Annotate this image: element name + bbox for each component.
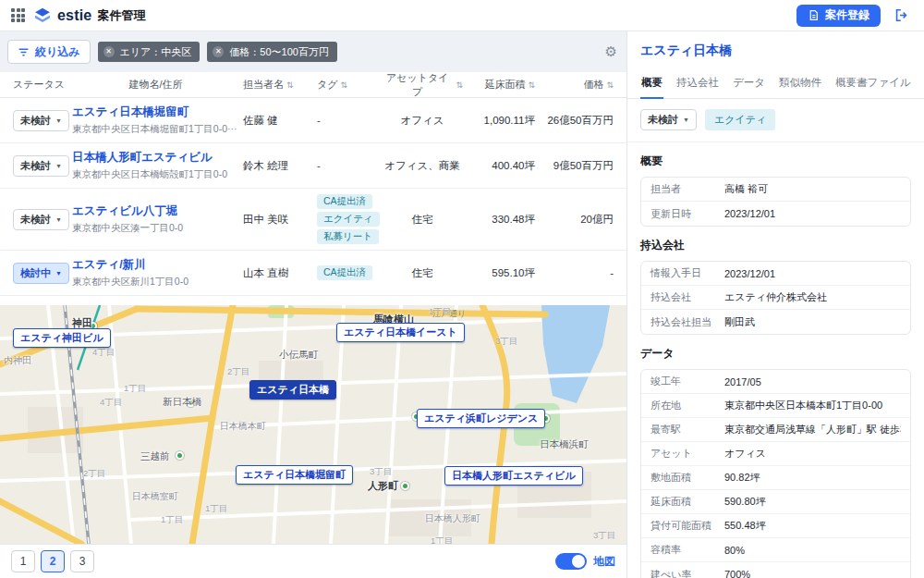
detail-row: 貸付可能面積550.48坪: [641, 514, 910, 538]
map-place-label: 内神田: [4, 354, 31, 367]
status-dropdown[interactable]: 未検討▼: [640, 109, 697, 130]
remove-filter-icon[interactable]: ✕: [103, 46, 115, 57]
sort-icon[interactable]: ⇅: [286, 80, 294, 90]
building-link[interactable]: エスティ/新川: [72, 257, 239, 273]
manager-cell: 山本 直樹: [243, 266, 317, 280]
map-toggle[interactable]: [555, 553, 587, 570]
status-dropdown[interactable]: 検討中▼: [13, 263, 69, 284]
chevron-down-icon: ▼: [683, 117, 689, 123]
property-title[interactable]: エスティ日本橋: [640, 43, 911, 59]
detail-row: アセットオフィス: [641, 442, 910, 466]
sort-icon[interactable]: ⇅: [341, 80, 348, 90]
table-row[interactable]: 検討中▼ エスティ/新川東京都中央区新川1丁目0-0 山本 直樹 CA提出済 住…: [0, 251, 626, 296]
map-property-label-selected[interactable]: エスティ日本橋: [249, 380, 336, 400]
price-cell: -: [535, 267, 614, 278]
column-manager[interactable]: 担当者名⇅: [243, 78, 317, 92]
manager-cell: 田中 美咲: [243, 213, 317, 227]
chevron-down-icon: ▼: [55, 163, 62, 169]
tag-chip: CA提出済: [317, 194, 372, 209]
status-dropdown[interactable]: 未検討▼: [13, 155, 69, 177]
filter-chip-price[interactable]: ✕ 価格：50〜100百万円: [207, 42, 337, 62]
section-title: データ: [640, 346, 911, 362]
brand-name: estie: [57, 7, 91, 24]
filter-bar: 絞り込み ✕ エリア：中央区 ✕ 価格：50〜100百万円 ⚙: [7, 39, 617, 65]
map-property-label[interactable]: エスティ浜町レジデンス: [417, 409, 545, 428]
block-label: 2丁目: [83, 468, 105, 480]
detail-row: 持込会社担当剛田武: [641, 310, 910, 334]
tab-data[interactable]: データ: [732, 70, 766, 98]
map-property-label[interactable]: エスティ日本橋堀留町: [236, 465, 353, 485]
sort-icon[interactable]: ⇅: [528, 80, 535, 90]
sort-icon[interactable]: ⇅: [606, 80, 614, 90]
station-marker: [401, 482, 409, 490]
register-deal-button[interactable]: 案件登録: [796, 5, 881, 27]
block-label: 1丁目: [124, 383, 146, 395]
remove-filter-icon[interactable]: ✕: [213, 46, 224, 57]
detail-tabs: 概要 持込会社 データ 類似物件 概要書ファイル: [627, 70, 924, 99]
detail-row: 所在地東京都中央区日本橋本町1丁目0-00: [641, 394, 910, 418]
page-button-1[interactable]: 1: [11, 550, 35, 572]
app-header: estie 案件管理 案件登録: [0, 0, 924, 31]
sort-icon[interactable]: ⇅: [456, 80, 463, 90]
section-title: 持込会社: [640, 238, 911, 253]
tab-broker[interactable]: 持込会社: [675, 70, 720, 98]
filter-button[interactable]: 絞り込み: [7, 40, 91, 64]
map-place-label: 日本橋浜町: [540, 438, 589, 451]
column-tags[interactable]: タグ⇅: [317, 72, 382, 97]
table-row[interactable]: 未検討▼ エスティビル八丁堀東京都中央区湊一丁目0-0 田中 美咲 CA提出済 …: [0, 189, 626, 251]
table-settings-gear-icon[interactable]: ⚙: [605, 43, 617, 60]
manager-cell: 佐藤 健: [243, 114, 317, 128]
deal-table: ステータス 建物名/住所 担当者名⇅ タグ⇅ アセットタイプ⇅ 延床面積⇅ 価格…: [0, 72, 626, 338]
table-row[interactable]: 未検討▼ 日本橋人形町エスティビル東京都中央区日本橋蛎殻町1丁目0-0 鈴木 絵…: [0, 143, 626, 189]
map-property-label[interactable]: エスティ日本橋イースト: [336, 323, 465, 342]
map-place-label: 小伝馬町: [279, 349, 318, 362]
building-address: 東京都中央区日本橋蛎殻町1丁目0-0: [72, 168, 239, 181]
column-name: 建物名/住所: [72, 71, 243, 98]
logout-button[interactable]: [889, 4, 913, 28]
section-broker: 持込会社 情報入手日2023/12/01 持込会社エスティ仲介株式会社 持込会社…: [640, 238, 911, 335]
map-property-label[interactable]: エスティ神田ビル: [13, 328, 111, 348]
app-launcher-icon[interactable]: [11, 8, 25, 22]
area-cell: 1,090.11坪: [463, 114, 535, 128]
detail-row: 竣工年2017/05: [641, 370, 910, 394]
page-button-3[interactable]: 3: [70, 550, 94, 572]
price-cell: 26億50百万円: [535, 114, 614, 128]
block-label: 1丁目: [429, 306, 451, 318]
building-link[interactable]: 日本橋人形町エスティビル: [72, 150, 239, 166]
block-label: 1丁目: [205, 503, 227, 515]
tab-files[interactable]: 概要書ファイル: [834, 70, 912, 98]
status-dropdown[interactable]: 未検討▼: [13, 209, 69, 230]
map-property-label[interactable]: 日本橋人形町エスティビル: [444, 466, 583, 486]
area-cell: 400.40坪: [463, 159, 535, 173]
tab-similar[interactable]: 類似物件: [778, 70, 822, 98]
tag-chip: CA提出済: [317, 265, 372, 280]
page-button-2[interactable]: 2: [41, 550, 65, 572]
detail-row: 敷地面積90.82坪: [641, 466, 910, 490]
map[interactable]: 神田 内神田 馬喰横山 小伝馬町 新日本橋 日本橋本町 三越前 日本橋室町 人形…: [0, 305, 626, 544]
deal-list-panel: 絞り込み ✕ エリア：中央区 ✕ 価格：50〜100百万円 ⚙ ステータス 建物…: [0, 31, 626, 578]
tag-chip: エクイティ: [317, 212, 380, 227]
chevron-down-icon: ▼: [55, 270, 62, 277]
area-cell: 330.48坪: [463, 213, 535, 227]
block-label: 1丁目: [431, 535, 453, 544]
logout-icon: [894, 7, 909, 23]
building-link[interactable]: エスティ日本橋堀留町: [72, 105, 239, 120]
detail-row: 建ぺい率700%: [641, 562, 910, 578]
detail-row: 最寄駅東京都交通局浅草線「人形町」駅 徒歩3分: [641, 418, 910, 442]
asset-cell: オフィス: [382, 114, 463, 128]
asset-cell: オフィス、商業: [382, 159, 463, 173]
table-row[interactable]: 未検討▼ エスティ日本橋堀留町東京都中央区日本橋堀留町1丁目0-0··· 佐藤 …: [0, 98, 626, 143]
tags-empty: -: [317, 160, 321, 171]
filter-chip-area[interactable]: ✕ エリア：中央区: [98, 42, 201, 62]
section-data: データ 竣工年2017/05 所在地東京都中央区日本橋本町1丁目0-00 最寄駅…: [640, 346, 911, 578]
pagination: 1 2 3: [11, 550, 94, 572]
tags-empty: -: [317, 115, 321, 126]
column-asset-type[interactable]: アセットタイプ⇅: [382, 71, 463, 99]
brand-logo[interactable]: estie 案件管理: [33, 6, 145, 25]
tab-overview[interactable]: 概要: [640, 70, 663, 99]
map-place-label: 日本橋本町: [220, 420, 266, 433]
column-floor-area[interactable]: 延床面積⇅: [463, 78, 535, 92]
column-price[interactable]: 価格⇅: [535, 78, 614, 92]
building-link[interactable]: エスティビル八丁堀: [72, 203, 239, 219]
status-dropdown[interactable]: 未検討▼: [13, 110, 69, 131]
